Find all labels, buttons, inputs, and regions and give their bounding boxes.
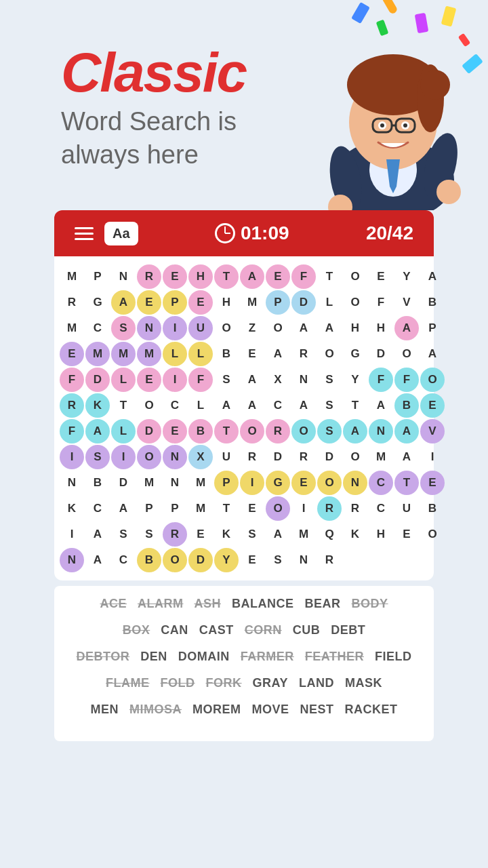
grid-cell[interactable]: A xyxy=(240,393,264,418)
grid-cell[interactable]: R xyxy=(291,342,316,366)
grid-cell[interactable]: M xyxy=(291,522,316,547)
grid-cell[interactable]: O xyxy=(343,264,367,289)
grid-cell[interactable]: E xyxy=(188,522,213,547)
grid-cell[interactable]: O xyxy=(317,471,342,495)
grid-cell[interactable]: D xyxy=(85,368,110,392)
grid-cell[interactable]: D xyxy=(266,445,290,469)
grid-cell[interactable]: G xyxy=(343,342,367,366)
grid-cell[interactable]: S xyxy=(111,316,136,340)
grid-cell[interactable]: N xyxy=(343,471,367,495)
grid-cell[interactable]: M xyxy=(85,342,110,366)
grid-cell[interactable]: L xyxy=(188,393,213,418)
grid-cell[interactable]: F xyxy=(369,368,393,392)
grid-cell[interactable]: P xyxy=(85,264,110,289)
grid-cell[interactable]: B xyxy=(420,290,445,315)
grid-cell[interactable]: T xyxy=(343,393,367,418)
grid-cell[interactable]: A xyxy=(266,342,290,366)
grid-cell[interactable]: H xyxy=(343,316,367,340)
grid-cell[interactable]: A xyxy=(291,316,316,340)
grid-cell[interactable]: S xyxy=(111,522,136,547)
grid-cell[interactable]: O xyxy=(163,548,187,572)
grid-cell[interactable]: E xyxy=(60,342,84,366)
grid-cell[interactable]: Y xyxy=(343,368,367,392)
grid-cell[interactable]: I xyxy=(291,496,316,521)
grid-cell[interactable]: Q xyxy=(317,522,342,547)
grid-cell[interactable]: S xyxy=(317,419,342,443)
grid-cell[interactable]: R xyxy=(266,419,290,443)
grid-cell[interactable]: I xyxy=(60,522,84,547)
grid-cell[interactable]: N xyxy=(137,316,161,340)
grid-cell[interactable]: N xyxy=(291,548,316,572)
grid-cell[interactable]: L xyxy=(163,342,187,366)
grid-cell[interactable]: R xyxy=(317,496,342,521)
grid-cell[interactable]: O xyxy=(291,419,316,443)
grid-cell[interactable]: C xyxy=(163,393,187,418)
grid-cell[interactable]: Z xyxy=(240,316,264,340)
grid-cell[interactable]: O xyxy=(394,342,419,366)
grid-cell[interactable]: H xyxy=(369,316,393,340)
grid-cell[interactable]: R xyxy=(60,393,84,418)
grid-cell[interactable]: A xyxy=(394,316,419,340)
grid-cell[interactable]: M xyxy=(60,264,84,289)
grid-cell[interactable]: E xyxy=(137,368,161,392)
grid-cell[interactable]: P xyxy=(214,471,239,495)
grid-cell[interactable]: V xyxy=(394,290,419,315)
grid-cell[interactable]: D xyxy=(137,419,161,443)
grid-cell[interactable]: Y xyxy=(214,548,239,572)
grid-cell[interactable]: A xyxy=(214,393,239,418)
grid-cell[interactable]: K xyxy=(85,393,110,418)
grid-cell[interactable]: D xyxy=(369,342,393,366)
grid-cell[interactable]: O xyxy=(137,445,161,469)
grid-cell[interactable]: P xyxy=(420,316,445,340)
grid-cell[interactable]: I xyxy=(420,445,445,469)
grid-cell[interactable]: E xyxy=(240,496,264,521)
grid-cell[interactable]: E xyxy=(266,264,290,289)
grid-cell[interactable]: A xyxy=(420,264,445,289)
grid-cell[interactable]: N xyxy=(60,471,84,495)
grid-cell[interactable]: H xyxy=(188,264,213,289)
grid-cell[interactable]: S xyxy=(317,393,342,418)
grid-cell[interactable]: C xyxy=(85,316,110,340)
grid-cell[interactable]: O xyxy=(240,419,264,443)
grid-cell[interactable]: M xyxy=(369,445,393,469)
grid-cell[interactable]: U xyxy=(394,496,419,521)
grid-cell[interactable]: C xyxy=(369,496,393,521)
grid-cell[interactable]: I xyxy=(111,445,136,469)
grid-cell[interactable]: P xyxy=(137,496,161,521)
grid-cell[interactable]: B xyxy=(188,419,213,443)
grid-cell[interactable]: C xyxy=(85,496,110,521)
grid-cell[interactable]: R xyxy=(291,445,316,469)
grid-cell[interactable]: A xyxy=(85,419,110,443)
grid-cell[interactable]: O xyxy=(420,368,445,392)
grid-cell[interactable]: A xyxy=(343,419,367,443)
grid-cell[interactable]: I xyxy=(163,368,187,392)
grid-cell[interactable]: A xyxy=(266,522,290,547)
grid-cell[interactable]: H xyxy=(214,290,239,315)
grid-cell[interactable]: B xyxy=(137,548,161,572)
grid-cell[interactable]: R xyxy=(163,522,187,547)
grid-cell[interactable]: A xyxy=(317,316,342,340)
grid-cell[interactable]: S xyxy=(266,548,290,572)
grid-cell[interactable]: P xyxy=(163,496,187,521)
grid-cell[interactable]: E xyxy=(163,264,187,289)
grid-cell[interactable]: M xyxy=(188,471,213,495)
grid-cell[interactable]: U xyxy=(214,445,239,469)
grid-cell[interactable]: E xyxy=(240,342,264,366)
grid-cell[interactable]: O xyxy=(266,496,290,521)
grid-cell[interactable]: O xyxy=(317,342,342,366)
grid-cell[interactable]: C xyxy=(266,393,290,418)
grid-cell[interactable]: O xyxy=(266,316,290,340)
grid-cell[interactable]: D xyxy=(111,471,136,495)
grid-cell[interactable]: F xyxy=(60,419,84,443)
grid-cell[interactable]: C xyxy=(111,548,136,572)
grid-cell[interactable]: O xyxy=(214,316,239,340)
grid-cell[interactable]: T xyxy=(111,393,136,418)
grid-cell[interactable]: S xyxy=(240,522,264,547)
grid-cell[interactable]: F xyxy=(291,264,316,289)
grid-cell[interactable]: O xyxy=(420,522,445,547)
grid-cell[interactable]: M xyxy=(111,342,136,366)
grid-cell[interactable]: I xyxy=(60,445,84,469)
grid-cell[interactable]: T xyxy=(394,471,419,495)
grid-cell[interactable]: F xyxy=(369,290,393,315)
grid-cell[interactable]: N xyxy=(291,368,316,392)
